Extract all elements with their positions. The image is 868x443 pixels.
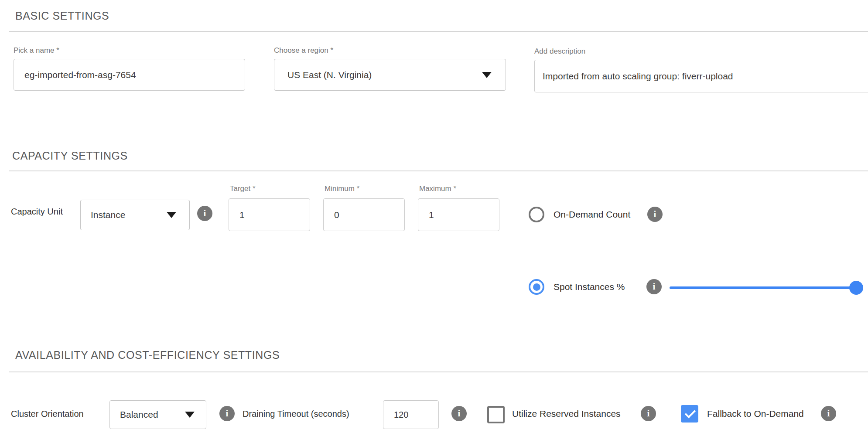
capacity-unit-label: Capacity Unit: [11, 207, 63, 217]
target-input[interactable]: [229, 198, 310, 231]
capacity-settings-title: CAPACITY SETTINGS: [12, 150, 128, 162]
group-creation-form: BASIC SETTINGS Pick a name * Choose a re…: [0, 0, 868, 443]
maximum-input[interactable]: [418, 198, 499, 231]
spot-percentage-slider-track[interactable]: [670, 286, 856, 289]
capacity-unit-select[interactable]: Instance: [80, 200, 190, 230]
capacity-unit-info-icon[interactable]: i: [197, 206, 212, 221]
chevron-down-icon: [482, 72, 492, 78]
name-field-label: Pick a name *: [14, 46, 59, 55]
cluster-orientation-select-value: Balanced: [120, 409, 158, 420]
maximum-field-label: Maximum *: [419, 184, 456, 193]
spot-instances-info-icon[interactable]: i: [646, 279, 662, 294]
utilize-reserved-instances-label: Utilize Reserved Instances: [512, 409, 621, 419]
fallback-to-on-demand-info-icon[interactable]: i: [821, 406, 836, 421]
draining-timeout-info-icon[interactable]: i: [451, 406, 467, 421]
region-select-value: US East (N. Virginia): [287, 70, 372, 80]
cluster-orientation-select[interactable]: Balanced: [109, 400, 206, 429]
capacity-unit-select-value: Instance: [91, 210, 125, 220]
region-select[interactable]: US East (N. Virginia): [274, 59, 506, 91]
section-divider: [9, 170, 868, 171]
utilize-reserved-instances-checkbox[interactable]: [487, 406, 505, 423]
chevron-down-icon: [167, 212, 176, 218]
minimum-field-label: Minimum *: [325, 184, 359, 193]
draining-timeout-label: Draining Timeout (seconds): [243, 409, 349, 419]
on-demand-count-radio[interactable]: [529, 207, 544, 222]
spot-percentage-slider-handle[interactable]: [849, 281, 863, 295]
cluster-orientation-info-icon[interactable]: i: [219, 406, 235, 421]
fallback-to-on-demand-checkbox[interactable]: [681, 405, 698, 423]
spot-instances-label: Spot Instances %: [554, 282, 625, 292]
on-demand-count-info-icon[interactable]: i: [647, 207, 663, 222]
description-field-label: Add description: [534, 47, 585, 56]
section-divider: [9, 371, 868, 372]
availability-settings-title: AVAILABILITY AND COST-EFFICIENCY SETTING…: [15, 349, 280, 361]
draining-timeout-input[interactable]: [383, 400, 439, 429]
spot-instances-radio[interactable]: [529, 279, 544, 295]
on-demand-count-label: On-Demand Count: [554, 209, 630, 220]
description-input[interactable]: [534, 60, 868, 92]
fallback-to-on-demand-label: Fallback to On-Demand: [707, 409, 804, 419]
chevron-down-icon: [185, 412, 195, 418]
section-divider: [9, 31, 868, 32]
name-input[interactable]: [14, 59, 245, 91]
utilize-reserved-instances-info-icon[interactable]: i: [641, 406, 656, 421]
minimum-input[interactable]: [323, 198, 405, 231]
region-field-label: Choose a region *: [274, 46, 333, 55]
target-field-label: Target *: [230, 184, 256, 193]
basic-settings-title: BASIC SETTINGS: [15, 10, 109, 22]
cluster-orientation-label: Cluster Orientation: [11, 409, 84, 419]
